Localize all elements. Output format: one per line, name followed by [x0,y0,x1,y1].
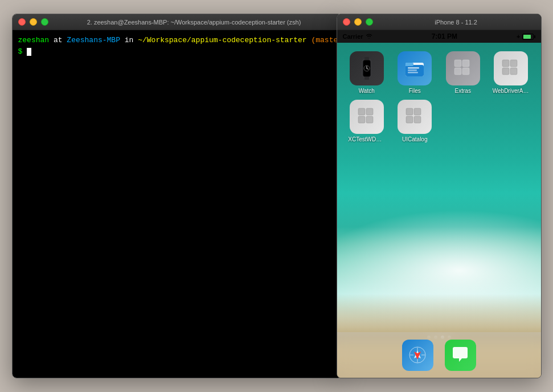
ios-time: 7:01 PM [372,32,517,40]
xctestwdui-app-label: XCTestWDUI... [348,136,385,142]
ios-status-right: + [517,33,535,40]
app-icon-safari[interactable] [402,340,433,371]
svg-rect-11 [408,70,417,71]
terminal-title: 2. zeeshan@Zeeshans-MBP: ~/Workspace/app… [52,19,336,26]
term-user: zeeshan [18,36,50,44]
watch-app-label: Watch [359,88,375,94]
app-grid: Watch [343,48,535,145]
battery-icon [522,34,535,40]
uicatalog-app-icon [398,100,432,134]
wifi-icon [366,33,372,40]
close-button[interactable] [18,18,26,26]
simulator-titlebar: iPhone 8 - 11.2 [337,14,541,30]
term-at: at [49,36,67,44]
simulator-window: iPhone 8 - 11.2 Carrier 7:01 PM [337,14,542,378]
files-app-label: Files [409,88,421,94]
battery-body [522,34,534,40]
terminal-titlebar: 2. zeeshan@Zeeshans-MBP: ~/Workspace/app… [13,14,342,30]
app-icon-webdriveragent[interactable]: WebDriverAg... [490,51,532,94]
maximize-button[interactable] [41,18,48,26]
svg-rect-12 [408,72,418,74]
app-icon-xctestwdui[interactable]: XCTestWDUI... [346,100,388,142]
ios-screen: Carrier 7:01 PM + [337,30,541,378]
battery-tip [534,35,535,38]
term-host: Zeeshans-MBP [67,36,120,44]
ios-dock [337,332,541,378]
terminal-body[interactable]: zeeshan at Zeeshans-MBP in ~/Workspace/a… [13,30,342,378]
svg-rect-21 [358,108,365,115]
battery-plus: + [517,33,520,40]
sim-close-button[interactable] [343,18,350,26]
messages-app-icon [445,340,476,371]
term-cursor [27,48,31,56]
terminal-window: 2. zeeshan@Zeeshans-MBP: ~/Workspace/app… [12,14,342,378]
minimize-button[interactable] [30,18,37,26]
svg-rect-26 [406,116,413,123]
svg-rect-9 [405,63,413,66]
svg-rect-25 [406,108,413,115]
svg-rect-10 [408,67,419,69]
svg-rect-17 [502,60,509,67]
svg-rect-16 [462,68,469,75]
app-icon-files[interactable]: Files [394,51,436,94]
svg-rect-14 [454,68,461,75]
svg-rect-13 [454,60,461,67]
svg-rect-15 [462,60,469,67]
terminal-command-line: $ [18,46,336,58]
svg-rect-20 [510,68,517,75]
svg-rect-24 [366,116,373,123]
simulator-title: iPhone 8 - 11.2 [377,19,535,26]
svg-rect-27 [414,108,421,115]
extras-app-icon [446,51,480,85]
ios-status-bar: Carrier 7:01 PM + [337,30,541,43]
extras-app-label: Extras [455,88,471,94]
files-app-icon [398,51,432,85]
term-path: ~/Workspace/appium-codeception-starter [138,36,306,44]
webdriveragent-app-icon [494,51,528,85]
app-icon-watch[interactable]: Watch [346,51,388,94]
sim-maximize-button[interactable] [366,18,373,26]
term-in: in [120,36,138,44]
svg-rect-22 [358,116,365,123]
ios-wallpaper: Watch [337,43,541,378]
term-dollar: $ [18,47,27,56]
app-icon-extras[interactable]: Extras [442,51,485,94]
ios-status-left: Carrier [343,33,372,40]
svg-rect-5 [364,57,369,60]
svg-rect-6 [364,77,369,80]
uicatalog-app-label: UICatalog [402,136,427,142]
carrier-text: Carrier [343,33,363,40]
terminal-prompt-line: zeeshan at Zeeshans-MBP in ~/Workspace/a… [18,35,336,46]
svg-rect-28 [414,116,421,123]
svg-rect-19 [510,60,517,67]
xctestwdui-app-icon [350,100,384,134]
sim-minimize-button[interactable] [354,18,362,26]
webdriveragent-app-label: WebDriverAg... [493,88,530,94]
svg-rect-23 [366,108,373,115]
app-icon-uicatalog[interactable]: UICatalog [394,100,436,142]
app-icon-messages[interactable] [445,340,476,371]
main-container: 2. zeeshan@Zeeshans-MBP: ~/Workspace/app… [6,8,547,384]
svg-rect-18 [502,68,509,75]
safari-app-icon [402,340,433,371]
watch-app-icon [350,51,384,85]
battery-fill [523,35,531,39]
